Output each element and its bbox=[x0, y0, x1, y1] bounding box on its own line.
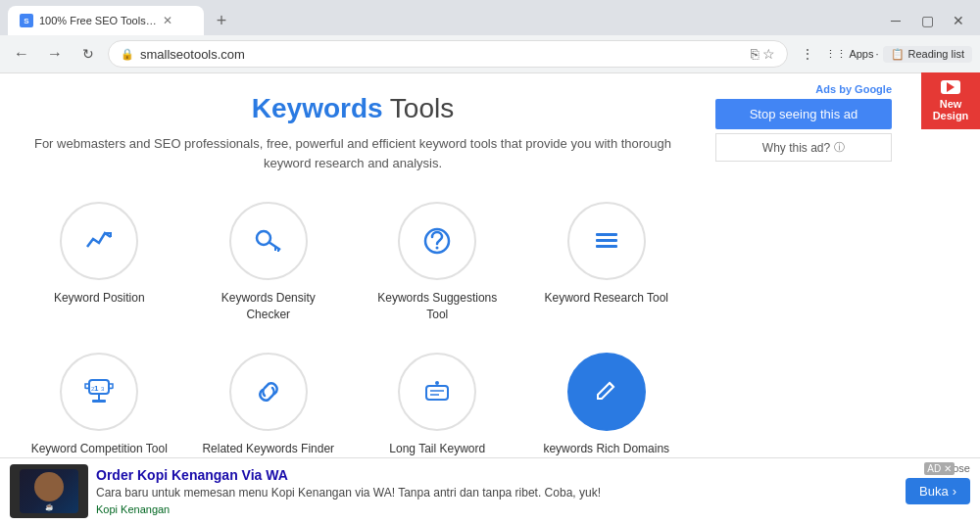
cast-icon[interactable]: ⎘ bbox=[751, 46, 759, 62]
why-ad-text: Why this ad? bbox=[762, 141, 830, 155]
edit-icon bbox=[592, 377, 621, 406]
apps-label: Apps bbox=[849, 48, 873, 60]
long-tail-icon-wrap bbox=[398, 353, 476, 431]
main-content: Keywords Tools For webmasters and SEO pr… bbox=[0, 73, 706, 524]
svg-text:3: 3 bbox=[101, 386, 105, 392]
keywords-suggestions-icon-wrap bbox=[398, 202, 476, 280]
keyword-tag-icon bbox=[421, 376, 453, 407]
tools-grid-row1: Keyword Position Keywords Density Checke… bbox=[20, 192, 686, 333]
link-icon bbox=[253, 376, 284, 407]
window-controls: ─ ▢ ✕ bbox=[882, 7, 972, 34]
tab-favicon: S bbox=[20, 14, 33, 27]
trophy-icon: 1 2 3 bbox=[81, 374, 117, 409]
toolbar-right: ⋮ ⋮⋮ Apps · 📋 Reading list bbox=[794, 40, 972, 68]
close-window-button[interactable]: ✕ bbox=[945, 7, 972, 34]
lock-icon: 🔒 bbox=[121, 48, 134, 61]
back-button[interactable]: ← bbox=[8, 40, 35, 68]
svg-rect-6 bbox=[596, 233, 617, 236]
tool-keywords-suggestions[interactable]: Keywords Suggestions Tool bbox=[358, 192, 517, 333]
chart-icon bbox=[83, 225, 115, 257]
reading-list-button[interactable]: 📋 Reading list bbox=[883, 46, 972, 63]
minimize-button[interactable]: ─ bbox=[882, 7, 909, 34]
keyword-position-label: Keyword Position bbox=[54, 290, 145, 307]
forward-button[interactable]: → bbox=[41, 40, 69, 68]
ad-image-inner: ☕ bbox=[20, 469, 78, 513]
question-icon bbox=[421, 225, 453, 257]
ad-x-badge: AD ✕ bbox=[924, 462, 955, 475]
tab-close-button[interactable]: ✕ bbox=[163, 14, 172, 27]
svg-rect-7 bbox=[596, 239, 617, 242]
arrow-icon: › bbox=[953, 484, 956, 499]
ad-description: Cara baru untuk memesan menu Kopi Kenang… bbox=[96, 485, 898, 501]
ad-brand: Kopi Kenangan bbox=[96, 503, 898, 515]
svg-text:1: 1 bbox=[94, 384, 99, 393]
title-keyword: Keywords bbox=[252, 93, 383, 123]
svg-rect-11 bbox=[92, 400, 106, 403]
active-tab[interactable]: S 100% Free SEO Tools - SmallSEO... ✕ bbox=[8, 6, 204, 35]
page-title: Keywords Tools bbox=[20, 93, 686, 124]
keyword-competition-label: Keyword Competition Tool bbox=[31, 441, 168, 457]
ad-panel: Ads by Google Stop seeing this ad Why th… bbox=[706, 73, 902, 524]
svg-rect-15 bbox=[426, 386, 448, 400]
bottom-ad: close AD ✕ ☕ Order Kopi Kenangan Via WA … bbox=[0, 457, 980, 524]
address-text: smallseotools.com bbox=[140, 47, 745, 62]
page-content: Keywords Tools For webmasters and SEO pr… bbox=[0, 73, 980, 524]
tab-title: 100% Free SEO Tools - SmallSEO... bbox=[39, 15, 157, 26]
tool-keywords-density[interactable]: Keywords Density Checker bbox=[189, 192, 349, 333]
address-actions: ⎘ ☆ bbox=[751, 46, 775, 62]
apps-button[interactable]: ⋮⋮ Apps · bbox=[825, 48, 878, 61]
new-tab-button[interactable]: + bbox=[208, 7, 235, 34]
buka-label: Buka bbox=[919, 484, 949, 499]
svg-point-18 bbox=[435, 381, 439, 385]
keyword-position-icon-wrap bbox=[60, 202, 138, 280]
star-icon[interactable]: ☆ bbox=[762, 46, 775, 62]
ad-title: Order Kopi Kenangan Via WA bbox=[96, 467, 898, 483]
keyword-research-icon-wrap bbox=[567, 202, 646, 280]
why-this-ad-button[interactable]: Why this ad? ⓘ bbox=[715, 133, 892, 162]
new-design-label: NewDesign bbox=[933, 98, 969, 121]
info-icon: ⓘ bbox=[834, 140, 845, 155]
ad-action: Buka › bbox=[906, 478, 970, 504]
maximize-button[interactable]: ▢ bbox=[913, 7, 941, 34]
apps-grid-icon: ⋮⋮ bbox=[825, 48, 847, 61]
svg-line-20 bbox=[610, 383, 613, 387]
keyword-competition-icon-wrap: 1 2 3 bbox=[60, 353, 138, 431]
page-subtitle: For webmasters and SEO professionals, fr… bbox=[20, 134, 686, 172]
keywords-rich-domains-icon-wrap bbox=[567, 353, 646, 431]
keywords-density-label: Keywords Density Checker bbox=[199, 290, 339, 323]
menu-icon[interactable]: ⋮ bbox=[794, 40, 821, 68]
play-triangle bbox=[947, 82, 955, 92]
title-rest: Tools bbox=[383, 93, 455, 123]
reading-list-icon: 📋 bbox=[891, 48, 905, 61]
keywords-suggestions-label: Keywords Suggestions Tool bbox=[368, 290, 508, 323]
key-icon bbox=[253, 225, 284, 257]
related-keywords-icon-wrap bbox=[229, 353, 308, 431]
ad-image: ☕ bbox=[10, 464, 88, 518]
address-bar-row: ← → ↻ 🔒 smallseotools.com ⎘ ☆ ⋮ ⋮⋮ Apps … bbox=[0, 35, 980, 72]
buka-button[interactable]: Buka › bbox=[906, 478, 970, 504]
tool-keyword-position[interactable]: Keyword Position bbox=[20, 192, 179, 333]
keyword-research-label: Keyword Research Tool bbox=[544, 290, 668, 307]
address-bar[interactable]: 🔒 smallseotools.com ⎘ ☆ bbox=[108, 40, 788, 68]
related-keywords-label: Related Keywords Finder bbox=[202, 441, 334, 457]
google-text: Google bbox=[855, 83, 892, 95]
tab-bar: S 100% Free SEO Tools - SmallSEO... ✕ + … bbox=[0, 0, 980, 35]
new-design-badge[interactable]: NewDesign bbox=[921, 72, 980, 129]
reload-button[interactable]: ↻ bbox=[74, 40, 102, 68]
reading-list-label: Reading list bbox=[908, 48, 964, 60]
ad-content: Order Kopi Kenangan Via WA Cara baru unt… bbox=[96, 467, 898, 515]
ads-by-text: Ads by bbox=[815, 83, 852, 95]
ads-header: Ads by Google bbox=[715, 83, 892, 95]
youtube-icon bbox=[941, 80, 960, 94]
tool-keyword-research[interactable]: Keyword Research Tool bbox=[527, 192, 687, 333]
svg-point-5 bbox=[436, 247, 439, 250]
svg-rect-8 bbox=[596, 245, 617, 248]
stop-seeing-ad-button[interactable]: Stop seeing this ad bbox=[715, 99, 892, 129]
list-icon bbox=[591, 225, 622, 257]
apps-dot: · bbox=[875, 48, 878, 60]
keywords-density-icon-wrap bbox=[229, 202, 308, 280]
